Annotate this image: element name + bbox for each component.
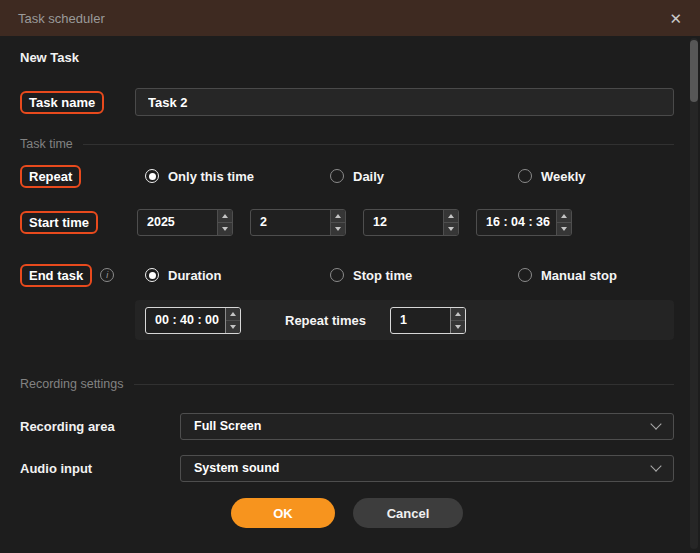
radio-daily[interactable]: Daily	[330, 169, 518, 184]
audio-input-label: Audio input	[20, 461, 180, 476]
end-task-row: End task i Duration Stop time Manual sto…	[20, 262, 674, 288]
radio-duration[interactable]: Duration	[145, 268, 330, 283]
task-name-input[interactable]	[135, 88, 674, 116]
radio-selected-icon	[145, 268, 159, 282]
recording-area-value: Full Screen	[194, 419, 261, 433]
spin-down-icon[interactable]	[444, 223, 458, 235]
start-clock-value: 16 : 04 : 36	[477, 210, 556, 235]
spin-down-icon[interactable]	[451, 321, 465, 333]
spin-up-icon[interactable]	[451, 308, 465, 321]
recording-area-row: Recording area Full Screen	[20, 412, 674, 440]
radio-unselected-icon	[518, 169, 532, 183]
task-time-section: Task time	[20, 136, 674, 152]
start-year-spinner[interactable]: 2025	[137, 209, 233, 236]
duration-settings-row: 00 : 40 : 00 Repeat times 1	[20, 300, 674, 340]
recording-area-label: Recording area	[20, 419, 180, 434]
radio-only-this-time-label: Only this time	[168, 169, 254, 184]
recording-settings-section: Recording settings	[20, 376, 674, 392]
start-day-spinner[interactable]: 12	[363, 209, 459, 236]
chevron-down-icon	[650, 418, 661, 429]
section-divider	[134, 384, 674, 385]
spin-down-icon[interactable]	[557, 223, 571, 235]
radio-duration-label: Duration	[168, 268, 221, 283]
radio-daily-label: Daily	[353, 169, 384, 184]
spin-down-icon[interactable]	[331, 223, 345, 235]
radio-unselected-icon	[518, 268, 532, 282]
end-task-label: End task	[20, 264, 92, 287]
spin-down-icon[interactable]	[226, 321, 240, 333]
task-scheduler-dialog: Task scheduler ✕ New Task Task name Task…	[0, 0, 700, 553]
repeat-times-value: 1	[391, 308, 450, 333]
scrollbar-track[interactable]	[690, 38, 698, 549]
audio-input-value: System sound	[194, 461, 279, 475]
repeat-label: Repeat	[20, 165, 81, 188]
spin-up-icon[interactable]	[557, 210, 571, 223]
radio-manual-stop-label: Manual stop	[541, 268, 617, 283]
spin-up-icon[interactable]	[218, 210, 232, 223]
section-divider	[83, 144, 674, 145]
radio-stop-time-label: Stop time	[353, 268, 412, 283]
spin-down-icon[interactable]	[218, 223, 232, 235]
audio-input-row: Audio input System sound	[20, 454, 674, 482]
duration-panel: 00 : 40 : 00 Repeat times 1	[135, 300, 674, 340]
task-name-label: Task name	[20, 91, 104, 114]
window-title: Task scheduler	[18, 11, 105, 26]
audio-input-select[interactable]: System sound	[180, 455, 674, 482]
ok-button[interactable]: OK	[231, 498, 335, 528]
start-month-value: 2	[251, 210, 330, 235]
radio-unselected-icon	[330, 169, 344, 183]
recording-area-select[interactable]: Full Screen	[180, 413, 674, 440]
spin-up-icon[interactable]	[331, 210, 345, 223]
start-year-value: 2025	[138, 210, 217, 235]
repeat-times-label: Repeat times	[285, 313, 366, 328]
recording-settings-section-label: Recording settings	[20, 377, 124, 391]
radio-weekly[interactable]: Weekly	[518, 169, 586, 184]
radio-selected-icon	[145, 169, 159, 183]
dialog-content: New Task Task name Task time Repeat Only…	[0, 36, 700, 528]
start-month-spinner[interactable]: 2	[250, 209, 346, 236]
radio-unselected-icon	[330, 268, 344, 282]
repeat-row: Repeat Only this time Daily Weekly	[20, 164, 674, 188]
repeat-times-spinner[interactable]: 1	[390, 307, 466, 334]
duration-value: 00 : 40 : 00	[146, 308, 225, 333]
radio-manual-stop[interactable]: Manual stop	[518, 268, 617, 283]
start-clock-spinner[interactable]: 16 : 04 : 36	[476, 209, 572, 236]
task-time-section-label: Task time	[20, 137, 73, 151]
radio-stop-time[interactable]: Stop time	[330, 268, 518, 283]
titlebar: Task scheduler ✕	[0, 0, 700, 36]
chevron-down-icon	[650, 460, 661, 471]
close-icon[interactable]: ✕	[669, 11, 682, 26]
spin-up-icon[interactable]	[444, 210, 458, 223]
start-time-label: Start time	[20, 211, 98, 234]
cancel-button[interactable]: Cancel	[353, 498, 463, 528]
info-icon[interactable]: i	[100, 268, 114, 282]
duration-spinner[interactable]: 00 : 40 : 00	[145, 307, 241, 334]
radio-weekly-label: Weekly	[541, 169, 586, 184]
task-name-row: Task name	[20, 88, 674, 116]
radio-only-this-time[interactable]: Only this time	[145, 169, 330, 184]
scrollbar-thumb[interactable]	[690, 40, 698, 102]
start-day-value: 12	[364, 210, 443, 235]
new-task-heading: New Task	[20, 50, 674, 68]
spin-up-icon[interactable]	[226, 308, 240, 321]
start-time-row: Start time 2025 2	[20, 208, 674, 236]
action-buttons: OK Cancel	[20, 498, 674, 528]
